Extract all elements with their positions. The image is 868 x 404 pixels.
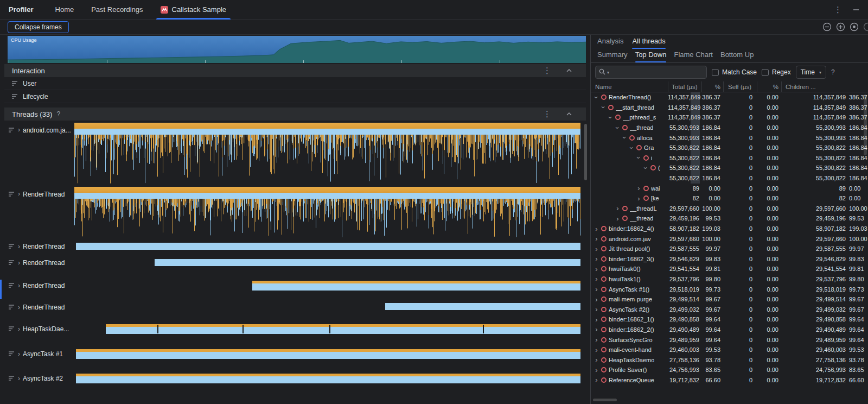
table-row[interactable]: › binder:16862_3() 29,546,829 99.83 0 0.… xyxy=(591,254,868,264)
table-row[interactable]: › __thread 29,459,196 99.53 0 0.00 29,45… xyxy=(591,213,868,224)
match-case-checkbox[interactable] xyxy=(712,69,719,76)
regex-option[interactable]: Regex xyxy=(762,68,791,76)
method-name-cell[interactable]: › binder:16862_1() xyxy=(591,316,668,323)
cpu-usage-chart[interactable]: CPU Usage xyxy=(8,36,586,63)
method-name-cell[interactable]: › RenderThread() xyxy=(591,94,668,101)
thread-row[interactable]: › AsyncTask #2 xyxy=(4,373,586,384)
table-row[interactable]: › AsyncTask #2() 29,499,032 99.67 0 0.00… xyxy=(591,304,868,314)
thread-track[interactable] xyxy=(74,280,580,291)
method-name-cell[interactable]: › [ke xyxy=(591,195,668,202)
thread-row[interactable]: › HeapTaskDae... xyxy=(4,323,586,334)
collapse-section-icon[interactable] xyxy=(566,112,572,116)
thread-label[interactable]: › RenderThread xyxy=(4,302,74,312)
chevron-right-icon[interactable]: › xyxy=(18,127,20,133)
method-name-cell[interactable]: › mali-event-hand xyxy=(591,346,668,354)
method-name-cell[interactable]: › binder:16862_2() xyxy=(591,326,668,333)
thread-track[interactable] xyxy=(74,242,580,251)
method-name-cell[interactable]: › binder:16862_4() xyxy=(591,225,668,232)
collapse-frames-button[interactable]: Collapse frames xyxy=(8,21,69,33)
table-row[interactable]: › Profile Saver() 24,756,993 83.65 0 0.0… xyxy=(591,365,868,375)
table-row[interactable]: › mali-event-hand 29,460,003 99.53 0 0.0… xyxy=(591,345,868,355)
chevron-right-icon[interactable]: › xyxy=(18,351,20,357)
method-name-cell[interactable]: › mali-mem-purge xyxy=(591,296,668,303)
tree-chevron-icon[interactable]: › xyxy=(594,245,599,252)
table-row[interactable]: › HeapTaskDaemo 27,758,136 93.78 0 0.00 … xyxy=(591,355,868,365)
table-row[interactable]: › AsyncTask #1() 29,518,019 99.73 0 0.00… xyxy=(591,284,868,294)
view-tab[interactable]: Bottom Up xyxy=(720,50,754,62)
tree-chevron-icon[interactable]: › xyxy=(594,235,599,242)
method-name-cell[interactable]: › ReferenceQueue xyxy=(591,376,668,383)
method-name-cell[interactable]: › Gra xyxy=(591,144,668,152)
tree-chevron-icon[interactable]: › xyxy=(636,185,641,192)
regex-checkbox[interactable] xyxy=(762,69,769,76)
table-row[interactable]: › hwuiTask0() 29,541,554 99.81 0 0.00 29… xyxy=(591,264,868,274)
tree-chevron-icon[interactable]: › xyxy=(607,115,614,120)
chevron-right-icon[interactable]: › xyxy=(18,326,20,332)
tree-chevron-icon[interactable]: › xyxy=(594,346,599,354)
section-options-icon[interactable]: ⋮ xyxy=(543,109,551,119)
column-header-pct[interactable]: % xyxy=(701,81,723,92)
table-row[interactable]: › mali-mem-purge 29,499,514 99.67 0 0.00… xyxy=(591,294,868,305)
table-row[interactable]: › binder:16862_2() 29,490,489 99.64 0 0.… xyxy=(591,325,868,335)
chevron-right-icon[interactable]: › xyxy=(18,282,20,289)
tree-chevron-icon[interactable]: › xyxy=(594,326,599,333)
tree-chevron-icon[interactable]: › xyxy=(594,306,599,313)
table-row[interactable]: › __start_thread 114,357,849 386.37 0 0.… xyxy=(591,103,868,113)
analysis-tab[interactable]: All threads xyxy=(632,37,665,49)
interaction-row[interactable]: User xyxy=(4,77,586,90)
table-row[interactable]: › alloca 55,300,993 186.84 0 0.00 55,300… xyxy=(591,132,868,143)
table-row[interactable]: › __thread 55,300,993 186.84 0 0.00 55,3… xyxy=(591,123,868,133)
tree-chevron-icon[interactable]: › xyxy=(636,195,641,202)
thread-track[interactable] xyxy=(74,323,580,334)
reset-zoom-icon[interactable] xyxy=(850,22,859,31)
table-row[interactable]: › SurfaceSyncGro 29,489,959 99.64 0 0.00… xyxy=(591,334,868,345)
tree-chevron-icon[interactable]: › xyxy=(594,225,599,232)
thread-row[interactable]: › RenderThread xyxy=(4,302,586,312)
chevron-right-icon[interactable]: › xyxy=(18,191,20,197)
table-row[interactable]: › Gra 55,300,822 186.84 0 0.00 55,300,82… xyxy=(591,143,868,153)
thread-row[interactable]: › android.com.ja... xyxy=(4,123,586,184)
chevron-right-icon[interactable]: › xyxy=(18,243,20,250)
time-range-dropdown[interactable]: Time ▾ xyxy=(796,66,826,79)
tree-chevron-icon[interactable]: › xyxy=(615,215,620,222)
chevron-right-icon[interactable]: › xyxy=(18,304,20,311)
interaction-section-header[interactable]: Interaction ⋮ xyxy=(4,64,586,77)
thread-track[interactable] xyxy=(74,187,580,237)
method-name-cell[interactable]: › Jit thread pool() xyxy=(591,245,668,252)
zoom-to-selection-icon[interactable] xyxy=(863,22,868,31)
method-name-cell[interactable]: › HeapTaskDaemo xyxy=(591,356,668,363)
tree-chevron-icon[interactable]: › xyxy=(594,367,599,374)
thread-row[interactable]: › RenderThread xyxy=(4,280,586,291)
tree-chevron-icon[interactable]: › xyxy=(600,105,607,110)
method-name-cell[interactable]: › AsyncTask #2() xyxy=(591,306,668,313)
chevron-right-icon[interactable]: › xyxy=(18,375,20,382)
view-tab[interactable]: Top Down xyxy=(635,50,667,62)
thread-row[interactable]: › RenderThread xyxy=(4,242,586,251)
chevron-right-icon[interactable]: › xyxy=(18,260,20,266)
table-row[interactable]: › [ke 82 0.00 0 0.00 82 0.00 xyxy=(591,193,868,204)
table-row[interactable]: › ReferenceQueue 19,712,832 66.60 0 0.00… xyxy=(591,375,868,386)
table-row[interactable]: › __pthread_s 114,357,849 386.37 0 0.00 … xyxy=(591,112,868,123)
tree-chevron-icon[interactable]: › xyxy=(628,146,635,150)
column-header-total[interactable]: Total (µs) xyxy=(668,81,701,92)
zoom-in-icon[interactable] xyxy=(836,22,845,31)
zoom-out-icon[interactable] xyxy=(822,22,832,31)
thread-label[interactable]: › RenderThread xyxy=(4,242,74,251)
method-name-cell[interactable]: › __start_thread xyxy=(591,104,668,111)
method-name-cell[interactable]: › ( xyxy=(591,165,668,172)
thread-label[interactable]: › RenderThread xyxy=(4,187,74,237)
thread-label[interactable]: › RenderThread xyxy=(4,258,74,268)
method-name-cell[interactable]: › __pthread_s xyxy=(591,114,668,121)
method-name-cell[interactable]: › binder:16862_3() xyxy=(591,255,668,262)
tree-chevron-icon[interactable]: › xyxy=(621,135,628,140)
method-name-cell[interactable]: › wai xyxy=(591,185,668,192)
hide-icon[interactable] xyxy=(853,7,859,13)
method-name-cell[interactable]: › hwuiTask1() xyxy=(591,275,668,282)
view-tab[interactable]: Summary xyxy=(597,50,628,62)
collapse-section-icon[interactable] xyxy=(566,69,572,72)
interaction-row[interactable]: Lifecycle xyxy=(4,90,586,103)
tree-chevron-icon[interactable]: › xyxy=(594,296,599,303)
method-name-cell[interactable]: › xyxy=(591,175,668,182)
thread-label[interactable]: › AsyncTask #1 xyxy=(4,348,74,360)
thread-row[interactable]: › RenderThread xyxy=(4,187,586,237)
